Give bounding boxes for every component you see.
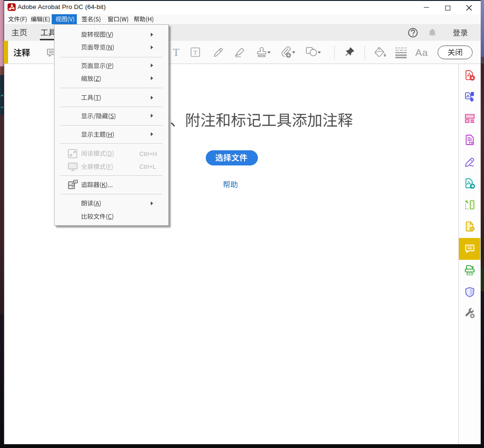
svg-text:T: T: [193, 49, 197, 56]
